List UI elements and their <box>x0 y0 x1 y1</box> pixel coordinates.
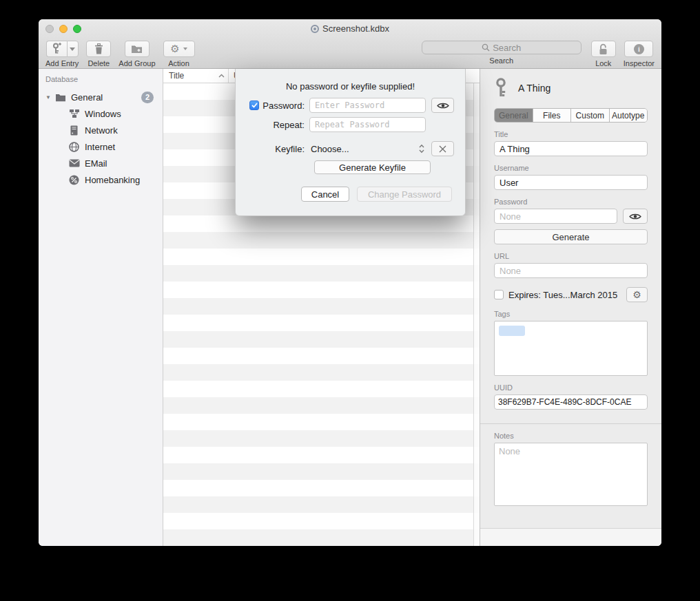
add-entry-button[interactable] <box>46 41 67 57</box>
sidebar-item-windows[interactable]: Windows <box>39 105 163 122</box>
add-group-button[interactable] <box>125 41 150 57</box>
notes-label: Notes <box>494 432 648 440</box>
uuid-field[interactable] <box>494 394 648 410</box>
tab-files[interactable]: Files <box>533 109 572 122</box>
toolbar-item-action: ⚙ Action <box>163 41 195 68</box>
table-row[interactable] <box>163 249 480 265</box>
sidebar-item-internet[interactable]: Internet <box>39 138 163 155</box>
sidebar-group-general[interactable]: ▼ General 2 <box>39 89 163 105</box>
delete-button[interactable] <box>86 41 111 57</box>
sidebar-item-email[interactable]: EMail <box>39 155 163 171</box>
sort-ascending-icon <box>218 74 225 78</box>
check-icon <box>251 103 258 108</box>
generate-password-button[interactable]: Generate <box>494 229 648 244</box>
sidebar-item-label: Homebanking <box>85 175 140 185</box>
sidebar: Database ▼ General 2 Win <box>39 69 163 546</box>
sidebar-item-label: Internet <box>85 142 115 152</box>
table-row[interactable] <box>163 282 480 298</box>
unlocked-padlock-icon <box>598 43 608 55</box>
generate-keyfile-button[interactable]: Generate Keyfile <box>314 160 431 174</box>
globe-icon <box>68 141 80 153</box>
tag-token[interactable] <box>499 326 525 336</box>
add-entry-label: Add Entry <box>45 59 79 67</box>
chevron-down-icon <box>183 48 187 50</box>
repeat-label: Repeat: <box>273 120 305 130</box>
key-plus-icon <box>52 43 61 55</box>
tags-field[interactable] <box>494 321 648 376</box>
expires-label: Expires: Tues...March 2015 <box>508 290 617 300</box>
section-divider <box>480 423 661 424</box>
tab-custom[interactable]: Custom <box>571 109 610 122</box>
document-icon <box>311 25 319 33</box>
app-window: Screenshot.kdbx <box>39 19 661 546</box>
table-row[interactable] <box>163 414 480 430</box>
table-row[interactable] <box>163 298 480 315</box>
action-button[interactable]: ⚙ <box>163 41 195 57</box>
table-row[interactable] <box>163 513 480 529</box>
column-header-title[interactable]: Title <box>163 69 229 83</box>
password-checkbox[interactable] <box>249 101 259 110</box>
vertical-scrollbar[interactable] <box>473 83 480 546</box>
server-icon <box>68 125 80 136</box>
envelope-icon <box>68 158 80 169</box>
cancel-button[interactable]: Cancel <box>301 187 349 202</box>
toolbar-item-add-group: Add Group <box>119 41 155 68</box>
title-field[interactable] <box>494 141 648 156</box>
username-field[interactable] <box>494 175 648 190</box>
notes-field[interactable] <box>494 443 648 506</box>
table-row[interactable] <box>163 463 480 480</box>
action-label: Action <box>168 59 189 67</box>
change-password-button[interactable]: Change Password <box>357 187 452 202</box>
lock-button[interactable] <box>591 41 616 57</box>
table-row[interactable] <box>163 348 480 364</box>
inspector-button[interactable]: i <box>624 41 653 57</box>
stepper-icon <box>419 144 424 154</box>
password-field[interactable] <box>494 209 617 224</box>
sheet-message: No password or keyfile supplied! <box>236 69 465 92</box>
keyfile-label: Keyfile: <box>275 144 305 154</box>
table-row[interactable] <box>163 496 480 513</box>
tab-general[interactable]: General <box>495 109 533 122</box>
table-row[interactable] <box>163 430 480 447</box>
expires-checkbox[interactable] <box>494 290 504 299</box>
table-row[interactable] <box>163 364 480 381</box>
titlebar[interactable]: Screenshot.kdbx <box>39 19 661 39</box>
toolbar: Add Entry Delete <box>39 39 661 68</box>
table-row[interactable] <box>163 381 480 397</box>
table-row[interactable] <box>163 215 480 232</box>
table-row[interactable] <box>163 232 480 249</box>
expires-row: Expires: Tues...March 2015 ⚙ <box>494 287 648 302</box>
clear-keyfile-button[interactable] <box>431 141 454 156</box>
table-row[interactable] <box>163 265 480 282</box>
enter-password-field[interactable] <box>309 98 426 113</box>
reveal-password-button[interactable] <box>431 98 454 113</box>
close-x-icon <box>439 145 446 153</box>
reveal-password-button[interactable] <box>623 209 648 224</box>
search-placeholder: Search <box>493 43 521 53</box>
disclosure-triangle-icon[interactable]: ▼ <box>45 94 52 101</box>
url-field[interactable] <box>494 263 648 278</box>
tags-label: Tags <box>494 310 648 318</box>
password-label: Password <box>494 198 648 206</box>
title-label: Title <box>494 130 648 138</box>
table-row[interactable] <box>163 529 480 546</box>
toolbar-item-delete: Delete <box>86 41 111 68</box>
table-row[interactable] <box>163 447 480 463</box>
tab-autotype[interactable]: Autotype <box>610 109 648 122</box>
add-entry-dropdown[interactable] <box>67 41 79 57</box>
table-row[interactable] <box>163 331 480 348</box>
search-input[interactable]: Search <box>422 41 581 54</box>
expires-options-button[interactable]: ⚙ <box>626 287 648 302</box>
sidebar-item-network[interactable]: Network <box>39 122 163 138</box>
windows-network-icon <box>68 108 80 120</box>
toolbar-item-inspector: i Inspector <box>624 41 655 68</box>
window-chrome: Screenshot.kdbx <box>39 19 661 69</box>
inspector-footer <box>480 528 661 546</box>
keyfile-popup[interactable]: Choose... <box>309 144 426 154</box>
sidebar-item-label: Windows <box>85 109 121 119</box>
table-row[interactable] <box>163 480 480 496</box>
table-row[interactable] <box>163 397 480 414</box>
table-row[interactable] <box>163 315 480 331</box>
repeat-password-field[interactable] <box>309 117 426 132</box>
sidebar-item-homebanking[interactable]: Homebanking <box>39 171 163 188</box>
